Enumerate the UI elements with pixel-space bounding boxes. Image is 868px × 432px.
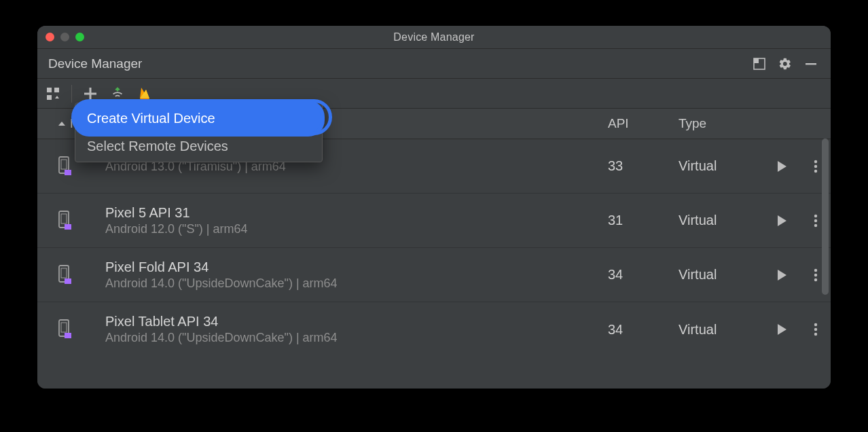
device-phone-icon <box>58 265 105 285</box>
device-phone-icon <box>58 319 105 340</box>
svg-point-20 <box>814 223 817 226</box>
column-header-api[interactable]: API <box>608 116 679 131</box>
create-virtual-device-item[interactable]: Create Virtual Device <box>77 105 321 132</box>
maximize-window-button[interactable] <box>75 33 84 41</box>
device-type: Virtual <box>679 158 774 174</box>
device-subtitle: Android 12.0 ("S") | arm64 <box>105 222 608 236</box>
grid-icon[interactable] <box>44 85 62 103</box>
sort-asc-icon <box>58 120 66 128</box>
svg-rect-22 <box>61 268 67 278</box>
svg-rect-16 <box>61 214 67 223</box>
device-subtitle: Android 14.0 ("UpsideDownCake") | arm64 <box>105 331 608 345</box>
svg-rect-11 <box>65 170 71 175</box>
svg-rect-10 <box>61 160 67 169</box>
svg-point-24 <box>814 268 817 271</box>
svg-rect-3 <box>47 88 52 92</box>
panel-title: Device Manager <box>48 56 142 71</box>
select-remote-devices-item[interactable]: Select Remote Devices <box>77 132 321 160</box>
gear-icon[interactable] <box>776 55 794 73</box>
svg-rect-7 <box>84 92 96 94</box>
device-name: Pixel 5 API 31 <box>105 205 608 221</box>
table-row[interactable]: Pixel 5 API 31 Android 12.0 ("S") | arm6… <box>37 194 831 248</box>
svg-rect-28 <box>61 323 67 332</box>
firebase-icon[interactable] <box>136 85 153 103</box>
svg-point-32 <box>814 333 817 336</box>
svg-rect-23 <box>65 278 71 284</box>
device-api: 34 <box>608 322 679 338</box>
toolbar: Create Virtual Device Select Remote Devi… <box>37 79 831 109</box>
device-api: 31 <box>608 213 679 228</box>
device-api: 33 <box>608 158 679 174</box>
window-title: Device Manager <box>37 31 831 43</box>
scrollbar[interactable] <box>822 139 829 295</box>
table-row[interactable]: Pixel Fold API 34 Android 14.0 ("UpsideD… <box>37 248 831 302</box>
play-icon[interactable] <box>774 267 790 283</box>
close-window-button[interactable] <box>46 33 54 41</box>
play-icon[interactable] <box>774 213 790 229</box>
svg-rect-1 <box>754 58 759 63</box>
wifi-icon[interactable] <box>109 85 126 103</box>
svg-rect-29 <box>65 333 71 338</box>
svg-point-13 <box>814 164 817 167</box>
svg-point-30 <box>814 323 817 326</box>
column-header-type[interactable]: Type <box>679 116 774 131</box>
plus-icon[interactable] <box>82 85 99 103</box>
dock-icon[interactable] <box>751 55 768 73</box>
more-icon[interactable] <box>808 321 824 338</box>
minimize-panel-icon[interactable] <box>802 55 820 73</box>
svg-point-18 <box>814 214 817 217</box>
device-type: Virtual <box>679 213 774 228</box>
svg-point-25 <box>814 273 817 276</box>
play-icon[interactable] <box>774 321 790 338</box>
device-subtitle: Android 14.0 ("UpsideDownCake") | arm64 <box>105 276 608 291</box>
svg-point-14 <box>814 169 817 172</box>
panel-header: Device Manager <box>37 49 831 79</box>
device-name: Pixel Fold API 34 <box>105 259 608 275</box>
svg-rect-5 <box>47 95 52 100</box>
device-type: Virtual <box>679 267 774 283</box>
device-name: Pixel Tablet API 34 <box>105 314 608 329</box>
svg-rect-17 <box>65 224 71 230</box>
svg-rect-4 <box>54 88 59 92</box>
traffic-lights <box>46 33 84 41</box>
toolbar-divider <box>71 85 72 103</box>
titlebar: Device Manager <box>37 26 831 49</box>
minimize-window-button[interactable] <box>60 33 69 41</box>
table-row[interactable]: Pixel Tablet API 34 Android 14.0 ("Upsid… <box>37 302 831 357</box>
window: Device Manager Device Manager Create Vir… <box>37 26 831 389</box>
svg-point-19 <box>814 219 817 221</box>
svg-rect-2 <box>806 63 816 65</box>
device-list: Android 13.0 ("Tiramisu") | arm64 33 Vir… <box>37 139 831 389</box>
svg-point-26 <box>814 278 817 281</box>
play-icon[interactable] <box>774 158 790 175</box>
device-api: 34 <box>608 267 679 283</box>
device-type: Virtual <box>679 322 774 338</box>
add-device-dropdown: Create Virtual Device Select Remote Devi… <box>75 103 323 162</box>
device-phone-icon <box>58 211 105 231</box>
svg-point-12 <box>814 160 817 162</box>
svg-point-31 <box>814 328 817 331</box>
